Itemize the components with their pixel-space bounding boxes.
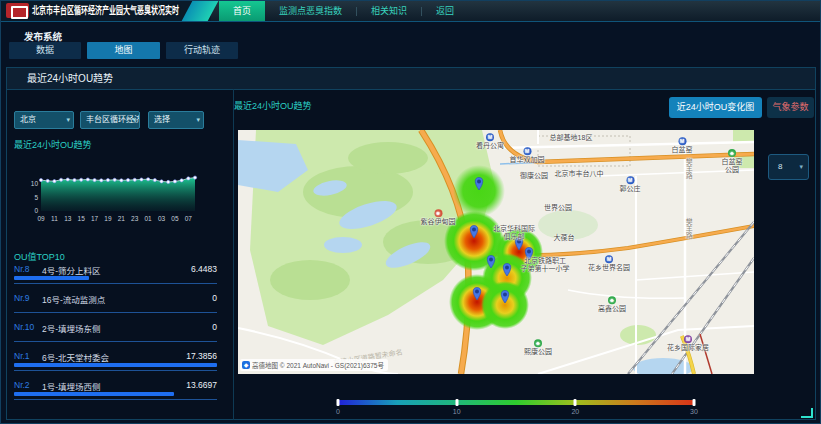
map-layer-select[interactable]: 8 ▾ [768,154,809,180]
heatmap-colorbar: 0 10 20 30 [338,400,694,405]
map-label: M郭公庄 [620,176,641,193]
rank-name: 16号-流动监测点 [42,293,105,305]
city-select[interactable]: 北京▾ [14,111,74,129]
amap-logo-icon: ◆ [242,361,250,369]
svg-text:13: 13 [64,215,72,222]
colorbar-label: 20 [571,408,579,415]
colorbar-label: 0 [336,408,340,415]
svg-text:05: 05 [171,215,179,222]
rank-number: Nr.10 [14,322,34,332]
svg-text:03: 03 [158,215,166,222]
rank-value: 6.4483 [191,264,217,274]
app-logo-icon [6,3,29,18]
park-select[interactable]: 丰台区循环经济产▾ [80,111,140,129]
park-icon: ♣ [608,296,616,304]
rank-value: 13.6697 [186,380,217,390]
tab-home[interactable]: 首页 [219,1,265,21]
ou-change-map-button[interactable]: 近24小时OU变化图 [669,97,762,118]
map-label: M花乡国际家居 [667,335,709,352]
rank-bar [14,392,174,396]
svg-text:23: 23 [131,215,139,222]
panel-titlebar: 最近24小时OU趋势 [7,68,815,90]
map-attribution: ◆ 高德地图 © 2021 AutoNavi - GS(2021)6375号 [240,359,388,371]
rank-row: Nr.2 1号-填埋场西侧 13.6697 [14,380,217,406]
colorbar-tick [455,399,458,406]
rank-bar [14,276,89,280]
chevron-down-icon: ▾ [799,155,803,179]
rank-name: 6号-北天堂村委会 [42,351,109,363]
tab-odor-index[interactable]: 监测点恶臭指数 [265,1,356,21]
svg-text:0: 0 [34,207,38,214]
svg-text:17: 17 [91,215,99,222]
rank-number: Nr.8 [14,264,30,274]
rank-divider [14,283,217,284]
svg-text:15: 15 [78,215,86,222]
colorbar-label: 10 [453,408,461,415]
system-label: 发布系统 [24,29,62,43]
trend-chart-label: 最近24小时OU趋势 [14,138,92,151]
map-label: ♣高鑫公园 [598,296,626,313]
svg-text:01: 01 [145,215,153,222]
weather-params-button[interactable]: 气象参数 [767,97,814,118]
map-label: ♣熙康公园 [524,339,552,356]
trend-chart-svg: 0510 091113151719212301030507 [27,167,203,229]
svg-text:09: 09 [37,215,45,222]
map-label: ♣白盆窑公园 [721,149,743,175]
svg-text:5: 5 [34,194,38,201]
map-label: M白盆窑 [672,137,693,154]
app-window: 北京市丰台区循环经济产业园大气恶臭状况实时 首页 监测点恶臭指数 相关知识 返回… [0,0,821,424]
rank-number: Nr.9 [14,293,30,303]
chevron-down-icon: ▾ [196,112,200,128]
svg-text:11: 11 [51,215,58,222]
metro-icon: M [486,133,494,141]
rank-row: Nr.9 16号-流动监测点 0 [14,293,217,319]
metro-icon: M [626,176,634,184]
svg-text:07: 07 [185,215,193,222]
data-button[interactable]: 数据 [9,42,81,59]
chevron-down-icon: ▾ [132,112,136,128]
rank-value: 0 [212,293,217,303]
svg-text:21: 21 [118,215,126,222]
map-button[interactable]: 地图 [87,42,160,59]
map-label: 大葆台 [554,234,575,242]
rank-value: 0 [212,322,217,332]
scenic-icon: ★ [434,209,442,217]
svg-text:10: 10 [31,180,39,187]
metro-purple-icon: M [684,335,692,343]
map-label: 北京铁路职工 子弟第十一小学 [521,257,570,274]
rank-divider [14,399,217,400]
rank-number: Nr.2 [14,380,30,390]
park-icon: ♣ [728,149,736,157]
map-label: 樊羊路 [684,218,692,239]
trend-area [41,178,195,211]
track-button[interactable]: 行动轨迹 [166,42,238,59]
map-label: 总部基地18区 [550,134,593,142]
rank-name: 4号-筛分上料区 [42,264,101,276]
metro-icon: M [605,255,613,263]
rank-row: Nr.8 4号-筛分上料区 6.4483 [14,264,217,290]
trend-xticks: 091113151719212301030507 [37,215,192,222]
nav-tabs: 首页 监测点恶臭指数 相关知识 返回 [219,1,468,21]
map-canvas[interactable]: M看丹公寓总部基地18区M首华双加园御康公园北京市丰台八中M郭公庄M白盆窑♣白盆… [238,130,754,374]
colorbar-label: 30 [690,408,698,415]
rank-row: Nr.1 6号-北天堂村委会 17.3856 [14,351,217,377]
trend-yticks: 0510 [31,180,39,214]
rank-row: Nr.10 2号-填埋场东侧 0 [14,322,217,348]
rank-name: 2号-填埋场东侧 [42,322,101,334]
rank-value: 17.3856 [186,351,217,361]
station-select[interactable]: 选择▾ [148,111,204,129]
rank-number: Nr.1 [14,351,30,361]
panel-title: 最近24小时OU趋势 [27,68,113,89]
tab-knowledge[interactable]: 相关知识 [357,1,421,21]
divider [233,89,234,420]
map-label: 御康公园 [520,172,548,180]
map-labels: M看丹公寓总部基地18区M首华双加园御康公园北京市丰台八中M郭公庄M白盆窑♣白盆… [238,130,754,374]
map-trend-label: 最近24小时OU趋势 [234,99,312,112]
rank-divider [14,312,217,313]
map-label: 樊羊路 [684,158,692,179]
map-label: 北京市丰台八中 [555,170,604,178]
rank-divider [14,341,217,342]
tab-back[interactable]: 返回 [422,1,468,21]
top-navbar: 北京市丰台区循环经济产业园大气恶臭状况实时 首页 监测点恶臭指数 相关知识 返回 [1,1,821,22]
rank-divider [14,370,217,371]
